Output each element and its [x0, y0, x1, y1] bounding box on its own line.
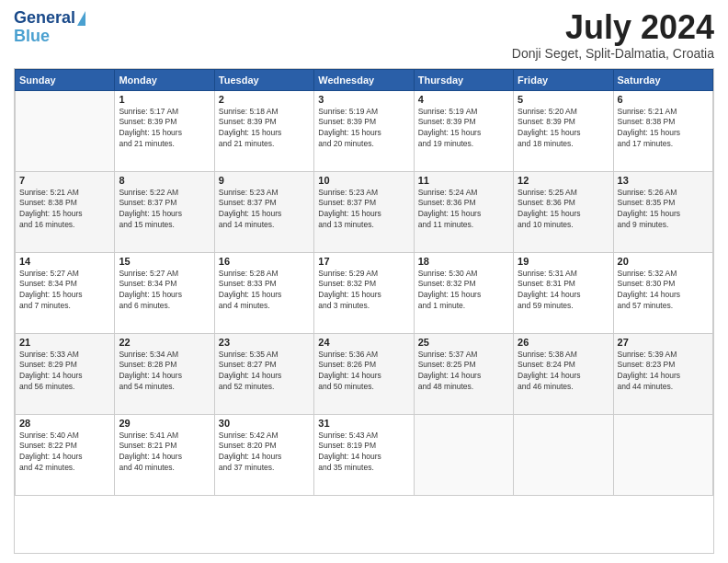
calendar-cell: 12Sunrise: 5:25 AM Sunset: 8:36 PM Dayli… — [514, 171, 613, 252]
col-sunday: Sunday — [16, 69, 115, 90]
calendar-week-row: 21Sunrise: 5:33 AM Sunset: 8:29 PM Dayli… — [16, 333, 713, 414]
col-friday: Friday — [514, 69, 613, 90]
day-number: 24 — [318, 337, 409, 348]
cell-info: Sunrise: 5:31 AM Sunset: 8:31 PM Dayligh… — [518, 269, 609, 313]
col-thursday: Thursday — [414, 69, 513, 90]
calendar-cell: 1Sunrise: 5:17 AM Sunset: 8:39 PM Daylig… — [115, 90, 214, 171]
day-number: 14 — [19, 256, 110, 267]
calendar-cell: 26Sunrise: 5:38 AM Sunset: 8:24 PM Dayli… — [514, 333, 613, 414]
cell-info: Sunrise: 5:23 AM Sunset: 8:37 PM Dayligh… — [318, 188, 409, 232]
day-number: 15 — [119, 256, 210, 267]
cell-info: Sunrise: 5:34 AM Sunset: 8:28 PM Dayligh… — [119, 350, 210, 394]
cell-info: Sunrise: 5:32 AM Sunset: 8:30 PM Dayligh… — [618, 269, 709, 313]
calendar-cell: 18Sunrise: 5:30 AM Sunset: 8:32 PM Dayli… — [414, 252, 513, 333]
calendar-cell — [16, 90, 115, 171]
cell-info: Sunrise: 5:20 AM Sunset: 8:39 PM Dayligh… — [518, 107, 609, 151]
calendar-cell: 9Sunrise: 5:23 AM Sunset: 8:37 PM Daylig… — [214, 171, 313, 252]
cell-info: Sunrise: 5:17 AM Sunset: 8:39 PM Dayligh… — [119, 107, 210, 151]
cell-info: Sunrise: 5:33 AM Sunset: 8:29 PM Dayligh… — [19, 350, 110, 394]
calendar-cell: 22Sunrise: 5:34 AM Sunset: 8:28 PM Dayli… — [115, 333, 214, 414]
header: General Blue July 2024 Donji Seget, Spli… — [14, 9, 714, 61]
calendar-cell — [414, 414, 513, 495]
day-number: 11 — [418, 175, 509, 186]
calendar-body: 1Sunrise: 5:17 AM Sunset: 8:39 PM Daylig… — [16, 90, 713, 495]
cell-info: Sunrise: 5:42 AM Sunset: 8:20 PM Dayligh… — [219, 431, 310, 475]
calendar-cell: 16Sunrise: 5:28 AM Sunset: 8:33 PM Dayli… — [214, 252, 313, 333]
calendar-cell: 3Sunrise: 5:19 AM Sunset: 8:39 PM Daylig… — [314, 90, 414, 171]
day-number: 4 — [418, 94, 509, 105]
month-year-title: July 2024 — [512, 9, 714, 46]
logo-blue-text: Blue — [14, 27, 50, 45]
cell-info: Sunrise: 5:30 AM Sunset: 8:32 PM Dayligh… — [418, 269, 509, 313]
day-number: 8 — [119, 175, 210, 186]
day-number: 25 — [418, 337, 509, 348]
cell-info: Sunrise: 5:23 AM Sunset: 8:37 PM Dayligh… — [219, 188, 310, 232]
cell-info: Sunrise: 5:19 AM Sunset: 8:39 PM Dayligh… — [418, 107, 509, 151]
day-number: 31 — [318, 418, 409, 429]
calendar-cell: 31Sunrise: 5:43 AM Sunset: 8:19 PM Dayli… — [314, 414, 414, 495]
calendar-cell: 27Sunrise: 5:39 AM Sunset: 8:23 PM Dayli… — [613, 333, 712, 414]
logo-triangle-icon — [77, 11, 85, 26]
cell-info: Sunrise: 5:18 AM Sunset: 8:39 PM Dayligh… — [219, 107, 310, 151]
day-number: 1 — [119, 94, 210, 105]
calendar-cell: 4Sunrise: 5:19 AM Sunset: 8:39 PM Daylig… — [414, 90, 513, 171]
cell-info: Sunrise: 5:35 AM Sunset: 8:27 PM Dayligh… — [219, 350, 310, 394]
cell-info: Sunrise: 5:21 AM Sunset: 8:38 PM Dayligh… — [19, 188, 110, 232]
day-number: 12 — [518, 175, 609, 186]
day-number: 26 — [518, 337, 609, 348]
calendar-cell: 2Sunrise: 5:18 AM Sunset: 8:39 PM Daylig… — [214, 90, 313, 171]
col-tuesday: Tuesday — [214, 69, 313, 90]
day-number: 29 — [119, 418, 210, 429]
col-saturday: Saturday — [613, 69, 712, 90]
calendar-cell: 14Sunrise: 5:27 AM Sunset: 8:34 PM Dayli… — [16, 252, 115, 333]
col-wednesday: Wednesday — [314, 69, 414, 90]
day-number: 28 — [19, 418, 110, 429]
calendar-cell: 20Sunrise: 5:32 AM Sunset: 8:30 PM Dayli… — [613, 252, 712, 333]
day-number: 16 — [219, 256, 310, 267]
calendar-header: Sunday Monday Tuesday Wednesday Thursday… — [16, 69, 713, 90]
calendar-week-row: 1Sunrise: 5:17 AM Sunset: 8:39 PM Daylig… — [16, 90, 713, 171]
calendar-cell: 7Sunrise: 5:21 AM Sunset: 8:38 PM Daylig… — [16, 171, 115, 252]
logo: General Blue — [14, 9, 85, 46]
calendar-week-row: 14Sunrise: 5:27 AM Sunset: 8:34 PM Dayli… — [16, 252, 713, 333]
day-number: 9 — [219, 175, 310, 186]
calendar-week-row: 7Sunrise: 5:21 AM Sunset: 8:38 PM Daylig… — [16, 171, 713, 252]
day-number: 10 — [318, 175, 409, 186]
day-number: 22 — [119, 337, 210, 348]
calendar-cell: 25Sunrise: 5:37 AM Sunset: 8:25 PM Dayli… — [414, 333, 513, 414]
calendar-cell — [514, 414, 613, 495]
cell-info: Sunrise: 5:36 AM Sunset: 8:26 PM Dayligh… — [318, 350, 409, 394]
day-number: 5 — [518, 94, 609, 105]
calendar-cell: 6Sunrise: 5:21 AM Sunset: 8:38 PM Daylig… — [613, 90, 712, 171]
cell-info: Sunrise: 5:41 AM Sunset: 8:21 PM Dayligh… — [119, 431, 210, 475]
cell-info: Sunrise: 5:27 AM Sunset: 8:34 PM Dayligh… — [19, 269, 110, 313]
cell-info: Sunrise: 5:40 AM Sunset: 8:22 PM Dayligh… — [19, 431, 110, 475]
calendar-cell: 11Sunrise: 5:24 AM Sunset: 8:36 PM Dayli… — [414, 171, 513, 252]
day-number: 27 — [618, 337, 709, 348]
day-number: 21 — [19, 337, 110, 348]
day-number: 13 — [618, 175, 709, 186]
cell-info: Sunrise: 5:28 AM Sunset: 8:33 PM Dayligh… — [219, 269, 310, 313]
calendar-cell: 28Sunrise: 5:40 AM Sunset: 8:22 PM Dayli… — [16, 414, 115, 495]
calendar-cell: 15Sunrise: 5:27 AM Sunset: 8:34 PM Dayli… — [115, 252, 214, 333]
calendar-cell: 8Sunrise: 5:22 AM Sunset: 8:37 PM Daylig… — [115, 171, 214, 252]
title-block: July 2024 Donji Seget, Split-Dalmatia, C… — [512, 9, 714, 61]
cell-info: Sunrise: 5:26 AM Sunset: 8:35 PM Dayligh… — [618, 188, 709, 232]
cell-info: Sunrise: 5:19 AM Sunset: 8:39 PM Dayligh… — [318, 107, 409, 151]
calendar-cell — [613, 414, 712, 495]
col-monday: Monday — [115, 69, 214, 90]
cell-info: Sunrise: 5:25 AM Sunset: 8:36 PM Dayligh… — [518, 188, 609, 232]
calendar-cell: 19Sunrise: 5:31 AM Sunset: 8:31 PM Dayli… — [514, 252, 613, 333]
cell-info: Sunrise: 5:43 AM Sunset: 8:19 PM Dayligh… — [318, 431, 409, 475]
day-number: 30 — [219, 418, 310, 429]
calendar-cell: 21Sunrise: 5:33 AM Sunset: 8:29 PM Dayli… — [16, 333, 115, 414]
calendar-cell: 30Sunrise: 5:42 AM Sunset: 8:20 PM Dayli… — [214, 414, 313, 495]
calendar-week-row: 28Sunrise: 5:40 AM Sunset: 8:22 PM Dayli… — [16, 414, 713, 495]
cell-info: Sunrise: 5:29 AM Sunset: 8:32 PM Dayligh… — [318, 269, 409, 313]
cell-info: Sunrise: 5:39 AM Sunset: 8:23 PM Dayligh… — [618, 350, 709, 394]
calendar-cell: 13Sunrise: 5:26 AM Sunset: 8:35 PM Dayli… — [613, 171, 712, 252]
day-number: 17 — [318, 256, 409, 267]
page: General Blue July 2024 Donji Seget, Spli… — [0, 0, 728, 563]
calendar-cell: 24Sunrise: 5:36 AM Sunset: 8:26 PM Dayli… — [314, 333, 414, 414]
day-number: 3 — [318, 94, 409, 105]
